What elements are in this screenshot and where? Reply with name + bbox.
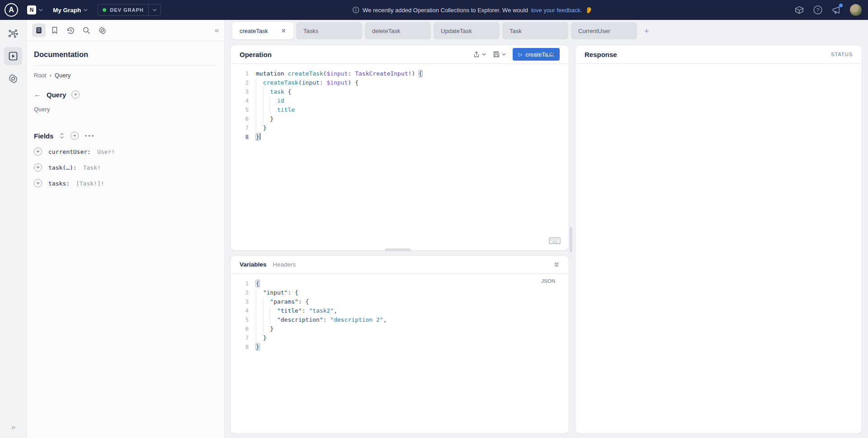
graph-chevron-down-icon[interactable] <box>83 9 88 11</box>
notification-badge <box>839 4 843 7</box>
variables-json-editor[interactable]: 1{2 "input": {3 "params": {4 "title": "t… <box>231 274 569 352</box>
tutorials-icon[interactable] <box>794 5 804 15</box>
type-description: Query <box>34 106 217 113</box>
graph-name[interactable]: My Graph <box>53 7 81 14</box>
field-name[interactable]: task(…): <box>48 164 77 171</box>
operation-panel: Operation ▷ createTask <box>231 45 569 250</box>
notice-text: We recently added Operation Collections … <box>363 7 528 14</box>
documentation-tab-icon[interactable] <box>32 24 46 37</box>
field-type[interactable]: [Task!]! <box>76 180 104 187</box>
tab-headers[interactable]: Headers <box>273 261 296 268</box>
expand-rail-icon[interactable]: » <box>0 423 27 432</box>
variant-status-dot <box>103 8 106 12</box>
settings-nav-icon[interactable] <box>4 70 22 88</box>
new-tab-icon[interactable]: + <box>644 27 649 35</box>
add-field-icon[interactable]: + <box>34 179 42 187</box>
tab-label: UpdateTask <box>441 28 472 34</box>
field-row-currentUser[interactable]: + currentUser: User! <box>34 148 217 156</box>
tab-deleteTask[interactable]: deleteTask <box>365 22 431 39</box>
indent-guide <box>270 306 270 324</box>
tab-label: deleteTask <box>372 28 400 34</box>
fields-heading: Fields <box>34 132 53 140</box>
keyboard-shortcuts-icon[interactable] <box>549 237 561 244</box>
notification-banner: We recently added Operation Collections … <box>352 6 593 14</box>
org-chevron-down-icon[interactable] <box>38 9 43 11</box>
field-name[interactable]: tasks: <box>48 180 70 187</box>
collapse-panel-icon[interactable]: « <box>215 26 219 34</box>
announcements-icon[interactable] <box>831 5 841 15</box>
field-row-tasks[interactable]: + tasks: [Task!]! <box>34 179 217 187</box>
indent-guide <box>263 87 264 124</box>
field-type[interactable]: User! <box>97 148 115 155</box>
breadcrumb-current: Query <box>55 72 71 79</box>
svg-text:?: ? <box>816 7 820 13</box>
add-type-to-query-icon[interactable]: + <box>71 90 80 99</box>
tab-label: CurrentUser <box>578 28 610 34</box>
doc-toolbar: « <box>27 20 224 41</box>
close-tab-icon[interactable]: ✕ <box>273 27 286 34</box>
explorer-nav-icon[interactable] <box>4 47 22 65</box>
field-type[interactable]: Task! <box>83 164 101 171</box>
breadcrumb: Root › Query <box>34 72 217 79</box>
vertical-resize-handle[interactable] <box>570 227 572 252</box>
back-arrow-icon[interactable]: ← <box>34 91 41 98</box>
tab-label: Task <box>509 28 522 34</box>
operation-title: Operation <box>240 51 272 58</box>
org-initial: N <box>30 7 34 13</box>
info-icon <box>352 6 359 14</box>
indent-guide <box>256 78 256 133</box>
search-icon[interactable] <box>80 24 93 37</box>
response-status-label: STATUS <box>831 52 853 57</box>
sort-fields-icon[interactable] <box>59 133 65 139</box>
bookmarks-icon[interactable] <box>48 24 61 37</box>
fields-header-row: Fields + ●●● <box>34 132 217 140</box>
tab-label: Tasks <box>303 28 318 34</box>
editor-language-label: JSON <box>541 278 555 284</box>
type-name: Query <box>47 91 66 99</box>
add-field-icon[interactable]: + <box>34 163 42 171</box>
apollo-logo-icon[interactable]: A <box>5 3 18 17</box>
tab-variables[interactable]: Variables <box>240 261 266 268</box>
field-name[interactable]: currentUser: <box>48 148 91 155</box>
indent-guide <box>256 288 256 343</box>
tab-createTask[interactable]: createTask ✕ <box>232 22 293 39</box>
apollo-logo-letter: A <box>9 6 14 14</box>
variant-label: DEV GRAPH <box>110 7 143 13</box>
divider <box>34 65 217 66</box>
play-icon: ▷ <box>519 52 522 57</box>
variant-selector[interactable]: DEV GRAPH <box>98 4 160 16</box>
variables-panel: Variables Headers 1{2 "input": {3 "param… <box>231 256 569 433</box>
fields-more-options-icon[interactable]: ●●● <box>85 133 94 138</box>
schema-nav-icon[interactable] <box>4 24 22 43</box>
top-bar: A N My Graph DEV GRAPH We recently added… <box>0 0 868 20</box>
explorer-settings-icon[interactable] <box>95 24 109 37</box>
save-operation-button[interactable] <box>493 51 506 58</box>
workspace: createTask ✕ Tasks deleteTask UpdateTask… <box>225 20 868 438</box>
doc-body: Documentation Root › Query ← Query + Que… <box>27 41 224 187</box>
add-all-fields-icon[interactable]: + <box>71 132 79 140</box>
add-field-icon[interactable]: + <box>34 148 42 156</box>
tab-UpdateTask[interactable]: UpdateTask <box>434 22 500 39</box>
response-header: Response STATUS <box>576 45 862 64</box>
help-icon[interactable]: ? <box>813 5 823 15</box>
tab-Tasks[interactable]: Tasks <box>296 22 362 39</box>
tab-Task[interactable]: Task <box>502 22 568 39</box>
type-header-row: ← Query + <box>34 90 217 99</box>
field-row-task[interactable]: + task(…): Task! <box>34 163 217 171</box>
org-badge[interactable]: N <box>27 5 36 14</box>
feedback-link[interactable]: love your feedback. <box>531 7 582 14</box>
collapse-variables-icon[interactable] <box>553 262 560 267</box>
variables-header: Variables Headers <box>231 256 569 274</box>
share-operation-button[interactable] <box>473 51 486 58</box>
operation-code-editor[interactable]: 1mutation createTask($input: TaskCreateI… <box>231 64 569 142</box>
breadcrumb-root[interactable]: Root <box>34 72 46 79</box>
variant-chevron-down-icon[interactable] <box>149 9 160 11</box>
response-panel: Response STATUS <box>576 45 862 433</box>
horizontal-resize-handle[interactable] <box>385 248 410 251</box>
documentation-panel: « Documentation Root › Query ← Query + Q… <box>27 20 225 438</box>
tab-CurrentUser[interactable]: CurrentUser <box>571 22 637 39</box>
history-icon[interactable] <box>64 24 77 37</box>
user-avatar[interactable] <box>850 4 862 16</box>
response-title: Response <box>585 51 617 58</box>
operation-more-options-icon[interactable]: ●●● <box>547 52 558 57</box>
